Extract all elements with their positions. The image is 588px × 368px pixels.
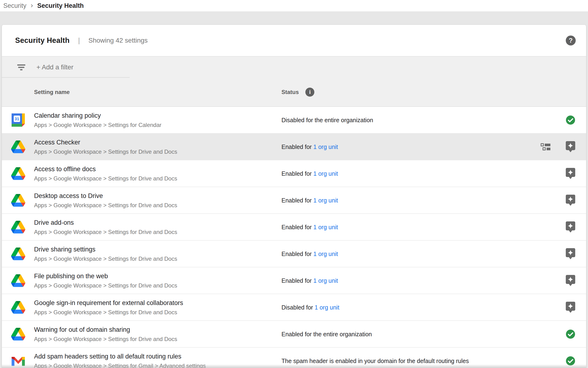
- status-text: Enabled for the entire organization: [281, 331, 372, 337]
- breadcrumb-parent-link[interactable]: Security: [3, 2, 26, 9]
- setting-name: Calendar sharing policy: [34, 112, 162, 119]
- status-text: Enabled for: [281, 277, 313, 284]
- info-glyph: i: [309, 89, 311, 95]
- status-cell: Enabled for 1 org unit: [281, 143, 338, 150]
- drive-icon: [11, 194, 25, 207]
- app-icon-wrap: [11, 193, 26, 208]
- recommendation-flag-icon[interactable]: [565, 302, 576, 313]
- setting-text: Desktop access to Drive Apps > Google Wo…: [34, 192, 177, 208]
- status-cell: Enabled for 1 org unit: [281, 170, 338, 177]
- gmail-icon: [12, 355, 25, 366]
- setting-name: Warning for out of domain sharing: [34, 326, 177, 333]
- status-text: Enabled for: [281, 250, 313, 257]
- app-icon-wrap: [11, 166, 26, 181]
- org-unit-link[interactable]: 1 org unit: [313, 223, 338, 230]
- recommendation-flag-icon[interactable]: [565, 275, 576, 286]
- filter-icon: [17, 64, 26, 71]
- setting-text: Drive sharing settings Apps > Google Wor…: [34, 246, 177, 262]
- recommendation-flag-icon[interactable]: [565, 221, 576, 233]
- svg-text:31: 31: [15, 117, 19, 121]
- org-unit-link[interactable]: 1 org unit: [313, 143, 338, 150]
- setting-text: Access Checker Apps > Google Workspace >…: [34, 138, 177, 155]
- setting-text: Warning for out of domain sharing Apps >…: [34, 326, 177, 342]
- recommendation-flag-icon[interactable]: [565, 248, 576, 260]
- table-row[interactable]: Drive add-ons Apps > Google Workspace > …: [2, 214, 586, 241]
- security-health-card: Security Health | Showing 42 settings ? …: [2, 25, 586, 368]
- setting-path: Apps > Google Workspace > Settings for D…: [34, 309, 183, 315]
- drive-icon: [11, 328, 25, 340]
- setting-name: Google sign-in requirement for external …: [34, 299, 183, 306]
- status-text: Enabled for: [281, 197, 313, 203]
- setting-text: Calendar sharing policy Apps > Google Wo…: [34, 112, 162, 128]
- app-icon-wrap: [11, 354, 26, 368]
- recommendation-flag-icon[interactable]: [565, 168, 576, 180]
- card-header: Security Health | Showing 42 settings ?: [2, 25, 586, 57]
- setting-path: Apps > Google Workspace > Settings for D…: [34, 202, 177, 208]
- table-row[interactable]: Add spam headers setting to all default …: [2, 348, 586, 368]
- table-row[interactable]: 31 Calendar sharing policy Apps > Google…: [2, 107, 586, 134]
- setting-text: Add spam headers setting to all default …: [34, 353, 206, 368]
- drive-icon: [11, 140, 25, 153]
- table-row[interactable]: Google sign-in requirement for external …: [2, 294, 586, 321]
- setting-name: Add spam headers setting to all default …: [34, 353, 206, 360]
- settings-count: Showing 42 settings: [88, 37, 148, 44]
- table-row[interactable]: Warning for out of domain sharing Apps >…: [2, 321, 586, 348]
- breadcrumb: Security › Security Health: [0, 0, 588, 11]
- drive-icon: [11, 301, 25, 314]
- table-column-header: Setting name Status i: [2, 78, 586, 107]
- setting-name: Desktop access to Drive: [34, 192, 177, 199]
- status-text: Enabled for: [281, 143, 313, 150]
- help-button[interactable]: ?: [566, 36, 576, 46]
- setting-name: File publishing on the web: [34, 272, 177, 280]
- setting-path: Apps > Google Workspace > Settings for D…: [34, 229, 177, 235]
- setting-path: Apps > Google Workspace > Settings for G…: [34, 362, 206, 368]
- setting-text: Access to offline docs Apps > Google Wor…: [34, 165, 177, 182]
- table-row[interactable]: File publishing on the web Apps > Google…: [2, 267, 586, 294]
- column-status: Status i: [281, 88, 314, 97]
- org-unit-link[interactable]: 1 org unit: [313, 197, 338, 203]
- status-text: Disabled for the entire organization: [281, 117, 373, 123]
- recommendation-flag-icon[interactable]: [565, 141, 576, 153]
- status-cell: Enabled for 1 org unit: [281, 223, 338, 230]
- status-text: Enabled for: [281, 223, 313, 230]
- table-row[interactable]: Access Checker Apps > Google Workspace >…: [2, 134, 586, 160]
- breadcrumb-current: Security Health: [37, 2, 84, 9]
- drive-icon: [11, 274, 25, 287]
- column-status-label: Status: [281, 89, 299, 95]
- status-cell: Enabled for 1 org unit: [281, 277, 338, 284]
- table-row[interactable]: Desktop access to Drive Apps > Google Wo…: [2, 187, 586, 214]
- settings-table-body: 31 Calendar sharing policy Apps > Google…: [2, 107, 586, 368]
- org-unit-link[interactable]: 1 org unit: [313, 277, 338, 284]
- status-ok-icon: [565, 328, 576, 340]
- status-cell: Disabled for the entire organization: [281, 117, 373, 123]
- status-info-icon[interactable]: i: [305, 88, 314, 97]
- org-unit-link[interactable]: 1 org unit: [313, 170, 338, 177]
- org-structure-icon[interactable]: [541, 143, 552, 151]
- app-icon-wrap: [11, 139, 26, 154]
- add-filter-button[interactable]: + Add a filter: [36, 64, 73, 71]
- setting-path: Apps > Google Workspace > Settings for D…: [34, 255, 177, 262]
- app-icon-wrap: [11, 300, 26, 315]
- title-divider: |: [78, 37, 80, 45]
- page-title: Security Health: [15, 36, 70, 45]
- status-text: Enabled for: [281, 170, 313, 177]
- status-text: Disabled for: [281, 304, 315, 311]
- org-unit-link[interactable]: 1 org unit: [313, 250, 338, 257]
- app-icon-wrap: [11, 273, 26, 288]
- app-icon-wrap: [11, 327, 26, 341]
- drive-icon: [11, 167, 25, 180]
- app-icon-wrap: 31: [11, 113, 26, 127]
- setting-name: Drive sharing settings: [34, 246, 177, 253]
- setting-text: Google sign-in requirement for external …: [34, 299, 183, 315]
- status-cell: Disabled for 1 org unit: [281, 304, 339, 311]
- org-unit-link[interactable]: 1 org unit: [315, 304, 339, 311]
- setting-text: Drive add-ons Apps > Google Workspace > …: [34, 219, 177, 235]
- table-row[interactable]: Access to offline docs Apps > Google Wor…: [2, 160, 586, 187]
- recommendation-flag-icon[interactable]: [565, 194, 576, 206]
- setting-name: Drive add-ons: [34, 219, 177, 226]
- table-row[interactable]: Drive sharing settings Apps > Google Wor…: [2, 241, 586, 267]
- drive-icon: [11, 248, 25, 260]
- status-cell: The spam header is enabled in your domai…: [281, 357, 469, 364]
- filter-and-columns-band: + Add a filter Setting name Status i: [2, 57, 586, 107]
- app-icon-wrap: [11, 220, 26, 234]
